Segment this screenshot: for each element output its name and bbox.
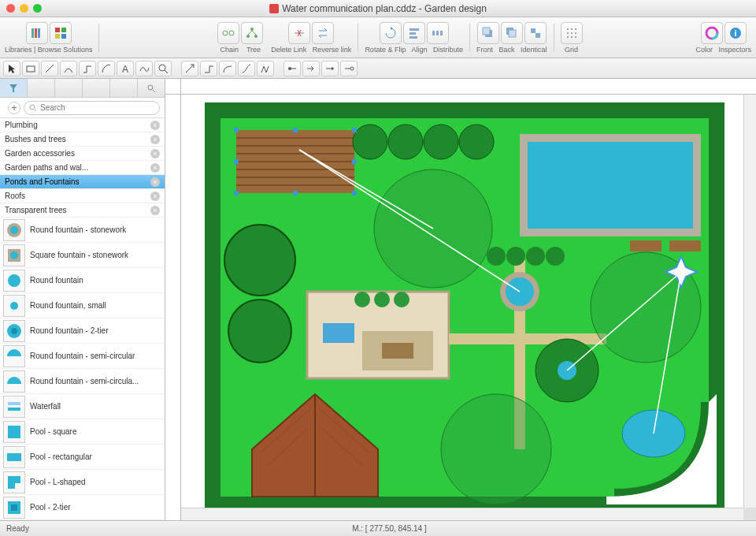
reverse-label: Reverse link	[313, 46, 352, 54]
sidebar-tab-2[interactable]	[28, 79, 55, 97]
rotate-button[interactable]	[380, 22, 402, 44]
curve-tool[interactable]	[60, 61, 77, 76]
close-icon[interactable]	[6, 4, 15, 13]
close-icon[interactable]: ×	[150, 163, 160, 173]
ruler-vertical[interactable]	[165, 95, 181, 520]
line-icon	[44, 63, 55, 74]
arrow-3-tool[interactable]	[219, 61, 236, 76]
sidebar-item[interactable]: Round fountain - stonework	[0, 218, 165, 243]
align-button[interactable]	[403, 22, 425, 44]
sidebar-item[interactable]: Round fountain - semi-circula...	[0, 369, 165, 394]
svg-rect-21	[509, 30, 516, 37]
distribute-button[interactable]	[427, 22, 449, 44]
item-label: Pool - L-shaped	[30, 478, 86, 486]
identical-button[interactable]	[524, 22, 547, 44]
arrow-1-tool[interactable]	[181, 61, 198, 76]
front-button[interactable]	[477, 22, 499, 44]
minimize-icon[interactable]	[20, 4, 28, 13]
tree-icon	[245, 26, 259, 40]
canvas[interactable]	[181, 95, 743, 508]
reverse-icon	[316, 26, 330, 40]
svg-rect-116	[352, 159, 357, 164]
arrow-4-tool[interactable]	[238, 61, 255, 76]
ruler-horizontal[interactable]	[181, 79, 756, 95]
sidebar-item[interactable]: Waterfall	[0, 394, 165, 419]
category-label: Garden paths and wal...	[5, 163, 88, 172]
arrow-5-tool[interactable]	[257, 61, 274, 76]
close-icon[interactable]: ×	[150, 177, 160, 187]
delete-link-button[interactable]	[288, 22, 310, 44]
sidebar-category[interactable]: Garden accessories×	[0, 147, 165, 161]
search-icon	[29, 104, 37, 112]
sidebar-category[interactable]: Ponds and Fountains×	[0, 175, 165, 189]
search-input[interactable]	[40, 103, 154, 112]
garden-plan[interactable]	[205, 102, 732, 508]
scrollbar-horizontal[interactable]	[181, 508, 743, 520]
sidebar-item[interactable]: Pool - rectangular	[0, 445, 165, 470]
libraries-button[interactable]	[26, 22, 48, 44]
arc-tool[interactable]	[98, 61, 115, 76]
svg-rect-111	[234, 191, 239, 195]
scrollbar-vertical[interactable]	[743, 95, 756, 508]
svg-rect-37	[27, 66, 35, 72]
sidebar-tab-search[interactable]	[138, 79, 165, 97]
close-icon[interactable]: ×	[150, 135, 160, 144]
sidebar-item[interactable]: Round fountain - 2-tier	[0, 318, 165, 344]
text-tool[interactable]: A	[117, 61, 134, 76]
sidebar-category[interactable]: Bushes and trees×	[0, 132, 165, 147]
endpoint-2-tool[interactable]	[302, 61, 320, 76]
item-thumbnail	[3, 320, 25, 342]
sidebar-item[interactable]: Round fountain	[0, 268, 165, 293]
close-icon[interactable]: ×	[150, 192, 160, 201]
sidebar-category[interactable]: Transparent trees×	[0, 203, 165, 218]
close-icon[interactable]: ×	[150, 206, 160, 215]
spline-tool[interactable]	[135, 61, 153, 76]
sidebar-category[interactable]: Garden paths and wal...×	[0, 161, 165, 175]
add-library-button[interactable]: +	[8, 102, 20, 114]
svg-rect-109	[234, 128, 239, 132]
pool-rect-icon	[6, 449, 23, 466]
sidebar-tab-5[interactable]	[110, 79, 138, 97]
close-icon[interactable]: ×	[150, 121, 160, 130]
back-icon	[505, 26, 519, 40]
rect-tool[interactable]	[22, 61, 39, 76]
sidebar-item[interactable]: Pool - 2-tier	[0, 495, 165, 520]
color-wheel-icon	[705, 26, 719, 40]
sidebar-category[interactable]: Plumbing×	[0, 118, 165, 132]
distribute-label: Distribute	[433, 46, 463, 54]
reverse-link-button[interactable]	[312, 22, 334, 44]
chain-button[interactable]	[217, 22, 239, 44]
sidebar-item[interactable]: Pool - square	[0, 419, 165, 445]
maximize-icon[interactable]	[33, 4, 42, 13]
browse-button[interactable]	[50, 22, 72, 44]
endpoint-1-tool[interactable]	[284, 61, 301, 76]
svg-point-49	[10, 302, 18, 310]
sidebar-tab-4[interactable]	[83, 79, 110, 97]
endpoint-4-tool[interactable]	[340, 61, 358, 76]
color-button[interactable]	[701, 22, 723, 44]
pointer-tool[interactable]	[3, 61, 20, 76]
align-icon	[407, 26, 421, 40]
round-stone-icon	[6, 221, 23, 239]
svg-point-29	[575, 32, 576, 34]
tree-button[interactable]	[241, 22, 263, 44]
endpoint-3-tool[interactable]	[321, 61, 339, 76]
zoom-tool[interactable]	[154, 61, 172, 76]
close-icon[interactable]: ×	[150, 149, 160, 158]
sidebar-item[interactable]: Pool - L-shaped	[0, 470, 165, 495]
arrow-2-tool[interactable]	[200, 61, 217, 76]
sidebar-item[interactable]: Square fountain - stonework	[0, 243, 165, 268]
grid-button[interactable]	[561, 22, 583, 44]
back-button[interactable]	[501, 22, 523, 44]
ruler-corner	[165, 79, 181, 95]
sidebar-category[interactable]: Roofs×	[0, 189, 165, 203]
svg-point-101	[546, 247, 565, 266]
inspectors-button[interactable]: i	[724, 22, 747, 44]
sidebar-item[interactable]: Round fountain, small	[0, 293, 165, 318]
line-tool[interactable]	[41, 61, 58, 76]
sidebar-tab-shapes[interactable]	[0, 79, 28, 97]
sidebar-tab-3[interactable]	[55, 79, 83, 97]
rect-icon	[25, 63, 36, 74]
connector-tool[interactable]	[79, 61, 96, 76]
sidebar-item[interactable]: Round fountain - semi-circular	[0, 344, 165, 369]
